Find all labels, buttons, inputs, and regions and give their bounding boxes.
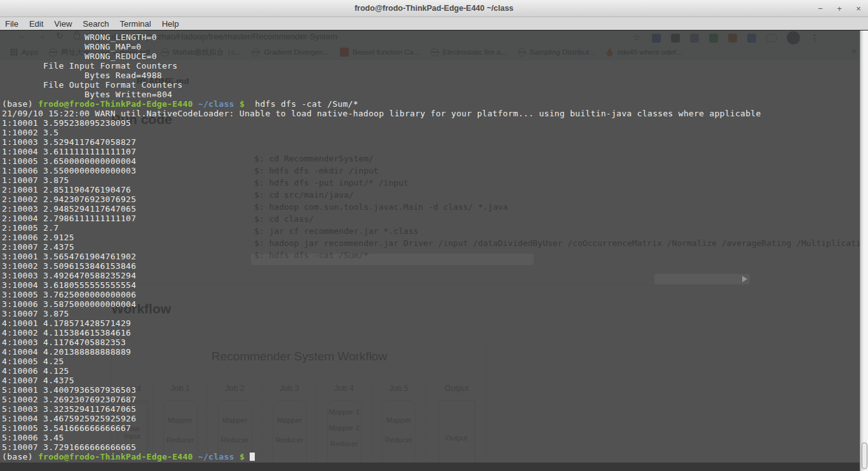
terminal-line: 3:10002 3.5096153846153846 [2,261,862,271]
terminal-line: Bytes Written=804 [2,90,862,99]
menu-item-help[interactable]: Help [162,19,185,29]
terminal-line: 5:10002 3.2692307692307687 [2,395,862,404]
prompt-symbol: $ [240,99,245,109]
menubar: FileEditViewSearchTerminalHelp [0,17,868,31]
prompt-cwd: ~/class [198,99,234,109]
titlebar[interactable]: frodo@frodo-ThinkPad-Edge-E440 ~/class −… [0,0,868,17]
terminal-content[interactable]: WRONG_LENGTH=0 WRONG_MAP=0 WRONG_REDUCE=… [0,31,862,461]
terminal-line: 2:10003 2.9485294117647065 [2,204,862,214]
menu-item-edit[interactable]: Edit [29,19,49,29]
terminal-line: 4:10004 4.201388888888889 [2,347,862,357]
terminal-line: 2:10001 2.851190476190476 [2,185,862,195]
maximize-button[interactable]: + [834,4,845,13]
terminal-line: 5:10001 3.4007936507936503 [2,385,862,395]
menu-item-search[interactable]: Search [83,19,114,29]
terminal-line: 5:10004 3.4675925925925926 [2,414,862,423]
menu-item-file[interactable]: File [5,19,24,29]
terminal-line: 4:10001 4.178571428571429 [2,318,862,328]
window-title: frodo@frodo-ThinkPad-Edge-E440 ~/class [0,0,868,17]
terminal-line: File Input Format Counters [2,61,862,71]
terminal-line: 5:10007 3.7291666666666665 [2,442,862,452]
terminal-line: 4:10002 4.115384615384616 [2,328,862,338]
minimize-button[interactable]: − [815,4,826,13]
terminal-line: 5:10006 3.45 [2,433,862,442]
close-button[interactable]: × [853,4,864,13]
terminal-line: 1:10002 3.5 [2,128,862,137]
terminal-prompt-line: (base) frodo@frodo-ThinkPad-Edge-E440 ~/… [2,452,862,461]
terminal-line: Bytes Read=4988 [2,71,862,80]
terminal-line: 1:10003 3.5294117647058827 [2,137,862,147]
terminal-cursor [250,453,255,461]
terminal-line: 2:10006 2.9125 [2,233,862,242]
terminal-line: 1:10005 3.6500000000000004 [2,156,862,166]
terminal-line: 1:10004 3.6111111111111107 [2,147,862,156]
terminal-line: 2:10007 2.4375 [2,242,862,252]
terminal-prompt-line: (base) frodo@frodo-ThinkPad-Edge-E440 ~/… [2,99,862,109]
terminal-line: 1:10001 3.595238095238095 [2,118,862,128]
terminal-command: hdfs dfs -cat /Sum/* [245,99,358,109]
terminal-line: WRONG_LENGTH=0 [2,32,862,42]
terminal-line: 4:10005 4.25 [2,357,862,366]
terminal-line: 3:10005 3.7625000000000006 [2,290,862,299]
prompt-user-host: frodo@frodo-ThinkPad-Edge-E440 [38,452,193,461]
terminal-line: 4:10003 4.11764705882353 [2,338,862,347]
terminal-line: WRONG_REDUCE=0 [2,51,862,61]
terminal-line: 4:10006 4.125 [2,366,862,376]
terminal-line: File Output Format Counters [2,80,862,90]
menu-item-terminal[interactable]: Terminal [120,19,157,29]
terminal-line: 2:10005 2.7 [2,223,862,233]
terminal-line: 2:10004 2.7986111111111107 [2,214,862,223]
terminal-line: 4:10007 4.4375 [2,376,862,385]
terminal-line: WRONG_MAP=0 [2,42,862,51]
terminal-line: 2:10002 2.9423076923076925 [2,195,862,204]
terminal-line: 5:10005 3.541666666666667 [2,423,862,433]
terminal-line: 21/09/10 15:22:00 WARN util.NativeCodeLo… [2,109,862,118]
terminal-line: 1:10006 3.5500000000000003 [2,166,862,175]
screen: ← → ↻ github.com/jinjiruzhao/Hadoop/tree… [0,0,868,471]
terminal-line: 3:10001 3.5654761904761902 [2,252,862,261]
prompt-symbol: $ [240,452,245,461]
prompt-cwd: ~/class [198,452,234,461]
terminal-line: 3:10006 3.5875000000000004 [2,299,862,309]
terminal-line: 3:10007 3.875 [2,309,862,318]
terminal-line: 1:10007 3.875 [2,175,862,185]
terminal-line: 3:10003 3.4926470588235294 [2,271,862,280]
terminal-line: 5:10003 3.3235294117647065 [2,404,862,414]
terminal-line: 3:10004 3.6180555555555554 [2,280,862,290]
prompt-user-host: frodo@frodo-ThinkPad-Edge-E440 [38,99,193,109]
menu-item-view[interactable]: View [54,19,78,29]
terminal-scrollbar[interactable] [860,31,868,471]
terminal-scrollbar-thumb[interactable] [862,442,867,469]
